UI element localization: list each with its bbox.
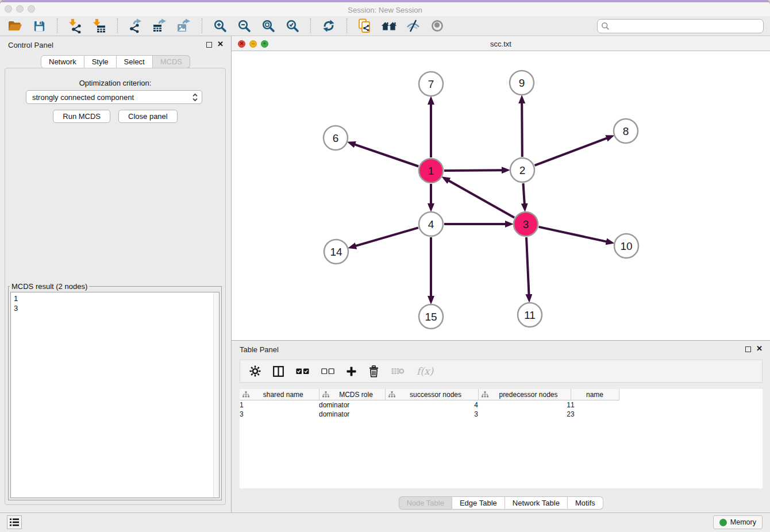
table-settings-icon[interactable] — [249, 365, 261, 377]
table-cell[interactable]: 3 — [385, 410, 478, 419]
table-cell[interactable]: 1 — [240, 400, 319, 410]
close-panel-button[interactable]: Close panel — [118, 110, 178, 123]
table-header-row: shared name MCDS role successor nodes pr… — [240, 389, 763, 400]
table-panel-tabs: Node Table Edge Table Network Table Moti… — [398, 496, 603, 510]
network-view-window: ✕ − + scc.txt 7968124314101511 — [232, 36, 770, 340]
float-panel-icon[interactable] — [206, 42, 212, 48]
open-file-icon[interactable] — [7, 18, 23, 34]
task-history-button[interactable] — [7, 515, 22, 529]
toolbar-separator — [346, 18, 347, 33]
delete-columns-icon[interactable] — [368, 365, 379, 377]
first-neighbors-icon[interactable] — [381, 18, 397, 34]
graph-node-label-7: 7 — [428, 78, 434, 90]
network-canvas[interactable]: 7968124314101511 — [232, 51, 770, 340]
export-table-icon[interactable] — [152, 18, 168, 34]
optimization-criterion-label: Optimization criterion: — [5, 79, 225, 87]
table-cell[interactable]: 2 — [478, 410, 571, 419]
search-input[interactable] — [612, 20, 760, 32]
table-row[interactable]: 3dominator323 — [240, 410, 763, 419]
status-bar: Memory — [0, 512, 770, 532]
table-cell[interactable]: 1 — [478, 400, 571, 410]
graph-node-label-9: 9 — [519, 77, 525, 89]
toolbar-separator — [310, 18, 311, 33]
graph-edge-2-9[interactable] — [522, 103, 522, 157]
graph-edge-2-8[interactable] — [535, 138, 607, 165]
hide-selected-icon[interactable] — [405, 18, 421, 34]
tab-mcds[interactable]: MCDS — [153, 55, 190, 68]
zoom-out-icon[interactable] — [236, 18, 252, 34]
graph-edge-2-3[interactable] — [523, 183, 525, 204]
tab-network[interactable]: Network — [41, 55, 84, 68]
graph-edge-3-11[interactable] — [526, 237, 529, 295]
search-icon — [601, 22, 610, 30]
table-cell[interactable]: 4 — [385, 400, 478, 410]
deselect-all-icon[interactable] — [321, 368, 334, 374]
network-window-titlebar[interactable]: ✕ − + scc.txt — [232, 36, 770, 51]
table-row[interactable]: 1dominator411 — [240, 400, 763, 410]
graph-edge-4-14[interactable] — [356, 228, 418, 246]
close-table-panel-icon[interactable]: ✕ — [756, 344, 763, 353]
memory-button[interactable]: Memory — [713, 515, 763, 529]
export-network-icon[interactable] — [128, 18, 144, 34]
graph-node-label-1: 1 — [428, 165, 434, 177]
control-panel: Control Panel ✕ Network Style Select MCD… — [0, 36, 232, 512]
show-graphics-details-icon[interactable] — [429, 18, 445, 34]
tab-motifs[interactable]: Motifs — [568, 496, 603, 510]
task-list-icon — [9, 518, 20, 527]
function-builder-icon[interactable]: f(x) — [417, 365, 433, 377]
tab-network-table[interactable]: Network Table — [505, 496, 568, 510]
optimization-criterion-select[interactable]: strongly connected component — [26, 90, 202, 104]
column-header-shared-name[interactable]: shared name — [240, 389, 319, 400]
export-image-icon[interactable] — [176, 18, 192, 34]
graph-node-label-14: 14 — [330, 246, 342, 258]
graph-node-label-8: 8 — [623, 125, 629, 137]
tab-node-table[interactable]: Node Table — [398, 496, 452, 510]
float-table-panel-icon[interactable] — [745, 346, 751, 352]
graph-edge-1-2[interactable] — [444, 170, 502, 171]
run-mcds-button[interactable]: Run MCDS — [53, 110, 110, 123]
mcds-result-title: MCDS result (2 nodes) — [10, 282, 89, 291]
table-cell-filler — [619, 410, 763, 419]
toolbar-separator — [117, 18, 118, 33]
close-panel-icon[interactable]: ✕ — [217, 40, 224, 49]
zoom-selected-icon[interactable] — [284, 18, 301, 34]
table-cell[interactable]: dominator — [319, 410, 385, 419]
refresh-view-icon[interactable] — [321, 18, 337, 34]
column-header-predecessor-nodes[interactable]: predecessor nodes — [478, 389, 571, 400]
import-network-icon[interactable] — [67, 18, 83, 34]
column-header-mcds-role[interactable]: MCDS role — [319, 389, 385, 400]
save-session-icon[interactable] — [31, 18, 47, 34]
table-cell[interactable]: 1 — [571, 400, 619, 410]
table-cell[interactable]: 3 — [571, 410, 619, 419]
tab-edge-table[interactable]: Edge Table — [452, 496, 505, 510]
table-cell[interactable]: 3 — [240, 410, 319, 419]
tab-style[interactable]: Style — [84, 55, 117, 68]
import-table-icon[interactable] — [91, 18, 107, 34]
graph-node-label-15: 15 — [425, 311, 437, 323]
graph-edge-3-10[interactable] — [539, 227, 607, 242]
clone-network-icon[interactable] — [357, 18, 373, 34]
control-panel-tabs: Network Style Select MCDS — [41, 55, 190, 68]
tab-select[interactable]: Select — [117, 55, 153, 68]
column-header-name[interactable]: name — [571, 389, 619, 400]
search-field[interactable] — [597, 19, 764, 33]
table-cell[interactable]: dominator — [319, 400, 385, 410]
select-stepper-icon — [192, 93, 198, 102]
table-panel-title: Table Panel — [240, 345, 279, 354]
table-header-filler — [619, 389, 763, 400]
select-all-icon[interactable] — [296, 368, 309, 374]
column-header-successor-nodes[interactable]: successor nodes — [385, 389, 478, 400]
application-window: Session: New Session — [0, 0, 770, 532]
network-graph: 7968124314101511 — [232, 51, 770, 340]
delete-table-icon[interactable] — [391, 367, 405, 375]
create-column-icon[interactable] — [346, 367, 356, 376]
show-columns-icon[interactable] — [273, 366, 284, 377]
result-scrollbar[interactable] — [213, 292, 219, 498]
zoom-in-icon[interactable] — [212, 18, 228, 34]
graph-edge-3-1[interactable] — [449, 180, 515, 218]
mcds-result-list[interactable]: 1 3 — [10, 292, 220, 498]
shared-column-icon — [242, 391, 249, 398]
graph-edge-1-6[interactable] — [355, 144, 418, 166]
zoom-fit-icon[interactable] — [260, 18, 276, 34]
graph-node-label-3: 3 — [523, 218, 529, 230]
